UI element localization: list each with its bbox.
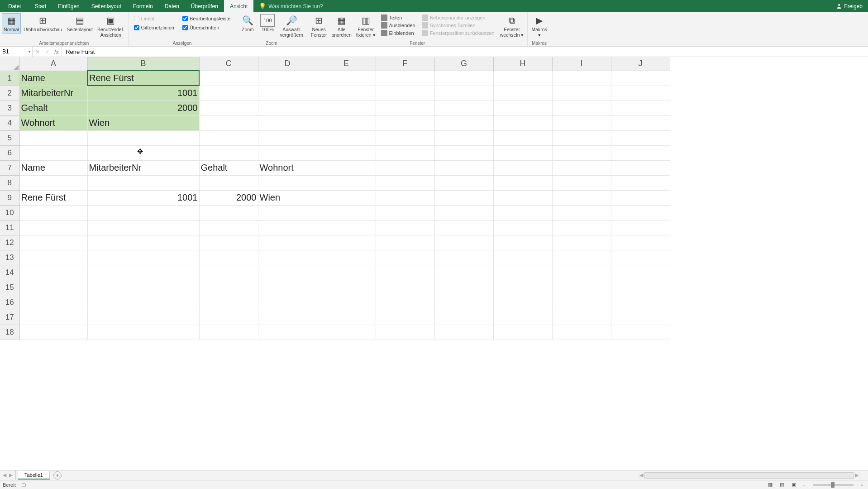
row-header-17[interactable]: 17 bbox=[0, 310, 19, 325]
cell-J3[interactable] bbox=[611, 101, 670, 115]
cell-B14[interactable] bbox=[87, 265, 199, 280]
cell-C3[interactable] bbox=[199, 101, 258, 115]
row-header-6[interactable]: 6 bbox=[0, 145, 19, 160]
cell-I17[interactable] bbox=[552, 310, 611, 325]
hide-button[interactable]: Ausblenden bbox=[378, 22, 418, 29]
cell-H7[interactable] bbox=[493, 160, 552, 175]
col-header-A[interactable]: A bbox=[19, 57, 87, 71]
cell-A17[interactable] bbox=[19, 310, 87, 325]
col-header-B[interactable]: B bbox=[87, 57, 199, 71]
cell-F3[interactable] bbox=[376, 101, 434, 115]
horizontal-scrollbar[interactable]: ◀ ▶ bbox=[638, 472, 860, 479]
cell-F15[interactable] bbox=[376, 280, 434, 295]
cell-A13[interactable] bbox=[19, 250, 87, 265]
cell-B3[interactable]: 2000 bbox=[87, 101, 199, 115]
cell-D1[interactable] bbox=[258, 71, 317, 86]
cell-J10[interactable] bbox=[611, 205, 670, 220]
arrange-all-button[interactable]: ▦ Alle anordnen bbox=[329, 13, 353, 38]
scroll-left-icon[interactable]: ◀ bbox=[638, 472, 644, 479]
cell-G18[interactable] bbox=[434, 325, 493, 340]
cell-C1[interactable] bbox=[199, 71, 258, 86]
cell-A3[interactable]: Gehalt bbox=[19, 101, 87, 115]
row-header-3[interactable]: 3 bbox=[0, 101, 19, 115]
cell-C4[interactable] bbox=[199, 115, 258, 130]
cell-A8[interactable] bbox=[19, 175, 87, 190]
cell-A15[interactable] bbox=[19, 280, 87, 295]
cell-B12[interactable] bbox=[87, 235, 199, 250]
cell-E1[interactable] bbox=[317, 71, 376, 86]
cell-C10[interactable] bbox=[199, 205, 258, 220]
cell-G12[interactable] bbox=[434, 235, 493, 250]
cell-C8[interactable] bbox=[199, 175, 258, 190]
cell-D8[interactable] bbox=[258, 175, 317, 190]
cell-D5[interactable] bbox=[258, 130, 317, 145]
cell-J14[interactable] bbox=[611, 265, 670, 280]
cell-C16[interactable] bbox=[199, 295, 258, 310]
cell-G11[interactable] bbox=[434, 220, 493, 235]
cell-D4[interactable] bbox=[258, 115, 317, 130]
cell-G13[interactable] bbox=[434, 250, 493, 265]
row-header-5[interactable]: 5 bbox=[0, 130, 19, 145]
cell-J15[interactable] bbox=[611, 280, 670, 295]
tab-data[interactable]: Daten bbox=[159, 0, 185, 12]
cell-D9[interactable]: Wien bbox=[258, 190, 317, 205]
cell-J16[interactable] bbox=[611, 295, 670, 310]
cell-B16[interactable] bbox=[87, 295, 199, 310]
cell-F4[interactable] bbox=[376, 115, 434, 130]
cell-A16[interactable] bbox=[19, 295, 87, 310]
cell-C12[interactable] bbox=[199, 235, 258, 250]
cell-D12[interactable] bbox=[258, 235, 317, 250]
cell-G6[interactable] bbox=[434, 145, 493, 160]
cell-H11[interactable] bbox=[493, 220, 552, 235]
cell-B17[interactable] bbox=[87, 310, 199, 325]
row-header-4[interactable]: 4 bbox=[0, 115, 19, 130]
tab-formulas[interactable]: Formeln bbox=[127, 0, 159, 12]
cell-I11[interactable] bbox=[552, 220, 611, 235]
tab-file[interactable]: Datei bbox=[0, 0, 29, 12]
cell-I5[interactable] bbox=[552, 130, 611, 145]
cell-G5[interactable] bbox=[434, 130, 493, 145]
cell-J1[interactable] bbox=[611, 71, 670, 86]
split-button[interactable]: Teilen bbox=[378, 14, 418, 21]
cell-G15[interactable] bbox=[434, 280, 493, 295]
cell-C2[interactable] bbox=[199, 86, 258, 101]
cell-B6[interactable] bbox=[87, 145, 199, 160]
cell-C5[interactable] bbox=[199, 130, 258, 145]
cell-B5[interactable] bbox=[87, 130, 199, 145]
cell-E5[interactable] bbox=[317, 130, 376, 145]
page-layout-view-button[interactable]: ▤ bbox=[777, 481, 787, 489]
cell-F6[interactable] bbox=[376, 145, 434, 160]
cell-D17[interactable] bbox=[258, 310, 317, 325]
cell-I14[interactable] bbox=[552, 265, 611, 280]
cell-B4[interactable]: Wien bbox=[87, 115, 199, 130]
cell-J17[interactable] bbox=[611, 310, 670, 325]
cell-F7[interactable] bbox=[376, 160, 434, 175]
cell-I12[interactable] bbox=[552, 235, 611, 250]
cell-F9[interactable] bbox=[376, 190, 434, 205]
row-header-18[interactable]: 18 bbox=[0, 325, 19, 340]
col-header-C[interactable]: C bbox=[199, 57, 258, 71]
scroll-track[interactable] bbox=[644, 472, 854, 479]
sheet-tab-1[interactable]: Tabelle1 bbox=[18, 471, 50, 479]
cell-F17[interactable] bbox=[376, 310, 434, 325]
cell-I7[interactable] bbox=[552, 160, 611, 175]
cell-D2[interactable] bbox=[258, 86, 317, 101]
cell-E7[interactable] bbox=[317, 160, 376, 175]
cell-F14[interactable] bbox=[376, 265, 434, 280]
col-header-I[interactable]: I bbox=[552, 57, 611, 71]
tab-view[interactable]: Ansicht bbox=[224, 0, 253, 12]
cell-B1[interactable]: Rene Fürst bbox=[87, 71, 199, 86]
cell-I15[interactable] bbox=[552, 280, 611, 295]
tab-page-layout[interactable]: Seitenlayout bbox=[86, 0, 127, 12]
cell-J7[interactable] bbox=[611, 160, 670, 175]
cell-G9[interactable] bbox=[434, 190, 493, 205]
cell-J2[interactable] bbox=[611, 86, 670, 101]
cell-E2[interactable] bbox=[317, 86, 376, 101]
cell-B2[interactable]: 1001 bbox=[87, 86, 199, 101]
zoom-selection-button[interactable]: 🔎 Auswahl vergrößern bbox=[278, 13, 305, 38]
cell-E18[interactable] bbox=[317, 325, 376, 340]
cell-I18[interactable] bbox=[552, 325, 611, 340]
cell-D11[interactable] bbox=[258, 220, 317, 235]
cell-J5[interactable] bbox=[611, 130, 670, 145]
cell-H12[interactable] bbox=[493, 235, 552, 250]
